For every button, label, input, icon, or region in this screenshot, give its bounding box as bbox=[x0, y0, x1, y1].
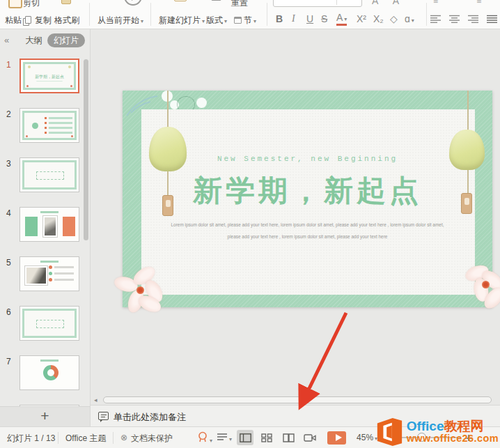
notes-icon bbox=[98, 412, 109, 420]
slide-editor[interactable]: New Semester, new Beginning 新学期，新起点 Lore… bbox=[123, 91, 492, 307]
white-flower-decor bbox=[196, 98, 207, 108]
thumbnail-row: 3 bbox=[0, 157, 90, 192]
thumb-decor bbox=[40, 360, 58, 362]
thumb-decor bbox=[36, 320, 64, 328]
thumb-decor bbox=[36, 171, 64, 180]
strikethrough-button[interactable]: S bbox=[321, 13, 327, 24]
section-icon bbox=[234, 17, 242, 24]
slide-thumbnail-4[interactable] bbox=[19, 207, 79, 242]
horizontal-scrollbar[interactable]: ◂ bbox=[91, 396, 500, 405]
layout-icon bbox=[211, 0, 221, 1]
statusbar-separator bbox=[113, 432, 114, 444]
slide-subtitle-en[interactable]: New Semester, new Beginning bbox=[123, 155, 492, 163]
slide-title[interactable]: 新学期，新起点 bbox=[123, 171, 492, 210]
slideshow-icon[interactable] bbox=[124, 0, 142, 6]
superscript-button[interactable]: X² bbox=[357, 13, 366, 24]
format-painter-button[interactable]: 格式刷 bbox=[54, 15, 79, 26]
tab-slides[interactable]: 幻灯片 bbox=[47, 33, 85, 47]
new-slide-button[interactable]: 新建幻灯片 bbox=[159, 15, 205, 26]
underline-button[interactable]: U bbox=[306, 13, 313, 24]
slide-thumbnail-2[interactable] bbox=[19, 108, 79, 143]
thumbnail-row: 1 新学期，新起点 bbox=[0, 59, 90, 93]
copy-icon bbox=[25, 16, 31, 24]
panel-tabbar: « 大纲 幻灯片 bbox=[0, 29, 90, 50]
play-slideshow-button[interactable] bbox=[327, 431, 346, 445]
thumbnail-row: 5 bbox=[0, 256, 90, 291]
thumb-decor bbox=[40, 261, 58, 263]
bullets-numbering-buttons[interactable]: ≡ ≡ bbox=[433, 0, 499, 6]
font-name-size-combobox[interactable] bbox=[273, 0, 362, 7]
copy-button[interactable]: 复制 bbox=[35, 15, 52, 26]
paste-button[interactable]: 粘贴 bbox=[5, 15, 26, 26]
align-left-icon[interactable] bbox=[430, 15, 442, 23]
slide-thumbnail-5[interactable] bbox=[19, 256, 79, 291]
normal-view-button[interactable] bbox=[237, 430, 253, 445]
character-tool-button[interactable]: ɑ bbox=[405, 13, 414, 24]
from-current-button[interactable]: 从当前开始 bbox=[97, 15, 143, 26]
slide-thumbnail-6[interactable] bbox=[19, 306, 79, 341]
slide-number: 7 bbox=[6, 357, 11, 366]
ribbon: 粘贴 剪切 复制 格式刷 从当前开始 新建幻灯片 版式 重置 节 A A ≡ ≡… bbox=[0, 0, 500, 29]
tab-outline[interactable]: 大纲 bbox=[25, 35, 42, 47]
office-logo-icon bbox=[375, 417, 404, 447]
ribbon-separator bbox=[426, 3, 427, 26]
slide-thumbnail-7[interactable] bbox=[19, 355, 79, 390]
protection-icon: ⊗ bbox=[120, 433, 127, 442]
thumbnail-list: 1 新学期，新起点 2 bbox=[0, 50, 90, 406]
slide-body-line2[interactable]: please add your text here , lorem ipsum … bbox=[157, 234, 458, 238]
thumb-decor bbox=[63, 217, 75, 236]
wind-chime-bell-left bbox=[149, 127, 187, 171]
clear-format-button[interactable]: ◇ bbox=[390, 13, 398, 24]
theme-label[interactable]: Office 主题 bbox=[65, 433, 106, 445]
new-slide-icon[interactable] bbox=[174, 0, 187, 1]
paragraph-align-group bbox=[430, 15, 500, 23]
thumb-decor bbox=[25, 266, 47, 285]
protection-status[interactable]: 文档未保护 bbox=[131, 433, 173, 445]
collapse-panel-icon[interactable]: « bbox=[4, 35, 9, 45]
font-color-button[interactable]: A bbox=[336, 13, 347, 26]
thumb-decor bbox=[40, 211, 58, 213]
thumbnail-row: 2 bbox=[0, 108, 90, 143]
slides-panel: « 大纲 幻灯片 1 新学期，新起点 2 bbox=[0, 29, 91, 426]
format-painter-icon bbox=[61, 0, 71, 4]
notes-placeholder[interactable]: 单击此处添加备注 bbox=[114, 411, 186, 424]
notes-toggle-icon[interactable] bbox=[217, 433, 232, 443]
thumb-decor bbox=[25, 217, 38, 236]
section-button[interactable]: 节 bbox=[234, 15, 256, 26]
layout-button[interactable]: 版式 bbox=[206, 15, 227, 26]
thumb-decor bbox=[43, 365, 58, 380]
scroll-left-icon[interactable]: ◂ bbox=[94, 396, 97, 403]
grow-shrink-font-buttons[interactable]: A A bbox=[372, 0, 405, 6]
slide-number: 6 bbox=[6, 307, 11, 317]
slide-thumbnail-3[interactable] bbox=[19, 157, 79, 192]
cut-button[interactable]: 剪切 bbox=[23, 0, 40, 9]
watermark-url: www.office26.com bbox=[407, 433, 499, 444]
reading-view-button[interactable] bbox=[280, 430, 297, 445]
thumbnail-scrollbar[interactable] bbox=[84, 59, 88, 240]
slide-number: 5 bbox=[6, 258, 11, 268]
slide-body-line1[interactable]: Lorem ipsum dolor sit amet, please add y… bbox=[157, 222, 458, 226]
bold-button[interactable]: B bbox=[276, 13, 283, 24]
scrollbar-track[interactable] bbox=[103, 396, 492, 403]
thumb-decor bbox=[54, 266, 74, 285]
italic-button[interactable]: I bbox=[292, 13, 295, 24]
thumb-decor bbox=[71, 135, 73, 137]
reset-button[interactable]: 重置 bbox=[231, 0, 248, 9]
slide-sorter-button[interactable] bbox=[258, 430, 275, 445]
align-center-icon[interactable] bbox=[449, 15, 460, 23]
add-slide-button[interactable]: + bbox=[0, 406, 90, 426]
editing-canvas: New Semester, new Beginning 新学期，新起点 Lore… bbox=[91, 29, 500, 396]
beautify-icon[interactable] bbox=[197, 431, 212, 445]
thumb-decor bbox=[43, 216, 57, 237]
paste-icon[interactable] bbox=[8, 0, 22, 8]
slide-thumbnail-1[interactable]: 新学期，新起点 bbox=[19, 59, 79, 93]
slideshow-camera-button[interactable] bbox=[302, 430, 318, 445]
ribbon-separator bbox=[267, 3, 267, 26]
thumb-decor bbox=[26, 135, 28, 137]
watermark: Office教程网 www.office26.com bbox=[375, 417, 499, 447]
watermark-brand-cn: 教程网 bbox=[444, 419, 483, 433]
watermark-text: Office教程网 www.office26.com bbox=[407, 419, 499, 444]
align-right-icon[interactable] bbox=[468, 15, 479, 23]
align-justify-icon[interactable] bbox=[487, 15, 498, 23]
subscript-button[interactable]: X₂ bbox=[373, 13, 384, 24]
